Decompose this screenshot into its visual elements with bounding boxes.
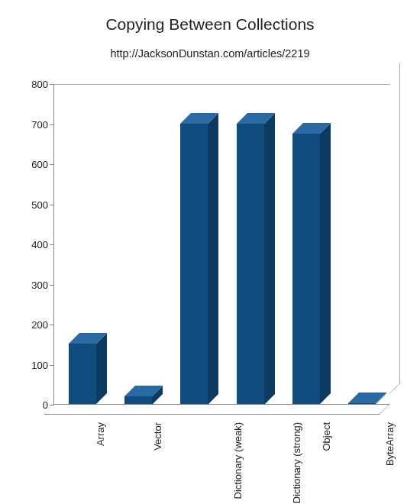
plot-back-right-edge bbox=[389, 63, 400, 394]
y-tick-label: 100 bbox=[31, 359, 54, 370]
bar bbox=[124, 396, 152, 405]
x-tick-label: Object bbox=[321, 422, 332, 451]
bar-front bbox=[292, 134, 320, 404]
x-tick-label: Array bbox=[94, 422, 105, 446]
y-tick-label: 600 bbox=[31, 159, 54, 170]
plot-area: 0100200300400500600700800ArrayVectorDict… bbox=[53, 84, 389, 405]
bar-front bbox=[237, 124, 264, 405]
bar bbox=[292, 134, 320, 404]
x-tick-label: Vector bbox=[152, 422, 163, 451]
bar bbox=[237, 124, 264, 405]
bar bbox=[69, 344, 96, 404]
chart-subtitle: http://JacksonDunstan.com/articles/2219 bbox=[0, 47, 420, 60]
bar bbox=[180, 124, 208, 405]
x-tick-label: ByteArray bbox=[384, 422, 396, 466]
y-tick-label: 500 bbox=[31, 199, 54, 210]
y-tick-label: 400 bbox=[31, 239, 54, 250]
bar-front bbox=[180, 124, 208, 405]
bar-side bbox=[320, 123, 331, 404]
bar-side bbox=[208, 113, 218, 405]
plot-back-top-edge bbox=[44, 84, 390, 95]
bar-front bbox=[69, 344, 96, 404]
y-tick-label: 0 bbox=[43, 399, 54, 411]
bar-side bbox=[264, 113, 275, 405]
plot-floor bbox=[44, 404, 390, 415]
chart-title: Copying Between Collections bbox=[0, 15, 420, 34]
chart-container: Copying Between Collections http://Jacks… bbox=[0, 0, 420, 504]
y-tick-label: 800 bbox=[31, 79, 54, 90]
x-tick-label: Dictionary (strong) bbox=[291, 422, 302, 503]
bar-front bbox=[124, 396, 152, 405]
x-tick-label: Dictionary (weak) bbox=[233, 422, 244, 499]
bar bbox=[348, 403, 376, 404]
y-tick-label: 700 bbox=[31, 118, 54, 130]
bar-front bbox=[348, 403, 376, 404]
bar-side bbox=[96, 333, 107, 404]
bar-top bbox=[348, 393, 386, 403]
y-tick-label: 200 bbox=[31, 319, 54, 331]
y-tick-label: 300 bbox=[31, 279, 54, 290]
